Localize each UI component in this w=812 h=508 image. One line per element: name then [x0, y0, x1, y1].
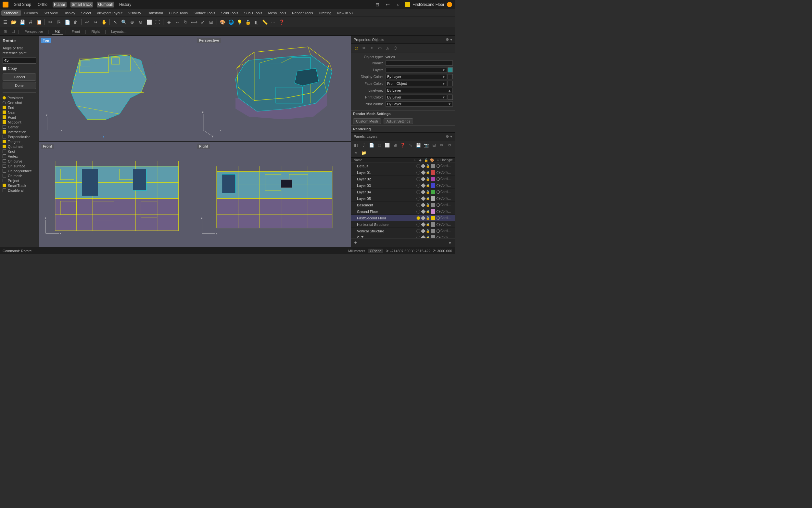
toolbar-pan[interactable]: ✋	[100, 18, 108, 26]
layer-material-icon[interactable]	[421, 176, 426, 181]
snap-check-midpoint[interactable]	[3, 120, 6, 124]
snap-check-quadrant[interactable]	[3, 144, 6, 148]
layer-material-icon[interactable]	[421, 203, 426, 207]
prop-layer-dropdown[interactable]: ▼	[386, 68, 447, 73]
menu-setview[interactable]: Set View	[41, 10, 60, 15]
prop-icon-object[interactable]: ◎	[353, 45, 360, 51]
layer-visibility-icon[interactable]	[416, 197, 420, 201]
layer-icon-refresh[interactable]: ↻	[446, 141, 453, 149]
topbar-history[interactable]: History	[118, 2, 133, 7]
layer-icon-pen[interactable]: ✏	[438, 141, 445, 149]
layer-visibility-icon[interactable]	[416, 164, 420, 168]
adjust-settings-btn[interactable]: Adjust Settings	[384, 118, 413, 124]
toolbar-move[interactable]: ↔	[174, 18, 181, 26]
menu-new-v7[interactable]: New in V7	[335, 10, 356, 15]
layer-print-icon[interactable]	[436, 197, 440, 200]
toolbar-paste[interactable]: 📄	[63, 18, 71, 26]
menu-viewport-layout[interactable]: Viewport Layout	[94, 10, 125, 15]
layer-color-swatch[interactable]	[431, 183, 435, 188]
menu-cplanes[interactable]: CPlanes	[22, 10, 41, 15]
toolbar-zoom-out[interactable]: ⊖	[137, 18, 145, 26]
layer-lock-icon[interactable]: 🔒	[426, 184, 430, 187]
prop-icon-light[interactable]: ✦	[369, 45, 375, 51]
layer-icon-sun[interactable]: ☀	[352, 149, 360, 156]
toolbar-zoom-window[interactable]: ⬜	[145, 18, 153, 26]
menu-drafting[interactable]: Drafting	[316, 10, 334, 15]
layer-material-icon[interactable]	[421, 215, 426, 220]
prop-print-width-dropdown[interactable]: By Layer ▼	[386, 101, 453, 107]
layer-icon-parent[interactable]: ⤴	[360, 141, 367, 149]
toolbar-zoom-extent[interactable]: ⛶	[154, 18, 161, 26]
viewport-color-icon[interactable]	[405, 2, 410, 7]
snap-check-disable-all[interactable]	[3, 188, 6, 192]
menu-transform[interactable]: Transform	[144, 10, 165, 15]
layer-row-layer-04[interactable]: Layer 04🔒Conti...	[351, 189, 455, 195]
layer-visibility-icon[interactable]	[416, 236, 420, 239]
layer-icon-box[interactable]: ⬜	[384, 141, 391, 149]
snap-check-near[interactable]	[3, 111, 6, 114]
prop-print-color-dropdown[interactable]: By Layer ▼	[386, 95, 447, 100]
toolbar-layer[interactable]: ◧	[252, 18, 260, 26]
layer-icon-folder[interactable]: 📁	[360, 149, 367, 156]
layer-lock-icon[interactable]: 🔒	[426, 190, 430, 194]
snap-check-perpendicular[interactable]	[3, 135, 6, 138]
menu-surface-tools[interactable]: Surface Tools	[191, 10, 218, 15]
toolbar-redo[interactable]: ↪	[92, 18, 99, 26]
toolbar-zoom[interactable]: ⊕	[128, 18, 136, 26]
menu-curve-tools[interactable]: Curve Tools	[166, 10, 190, 15]
tab-perspective[interactable]: Perspective	[22, 29, 45, 34]
layer-color-swatch[interactable]	[431, 190, 435, 194]
layer-row-ground-floor[interactable]: Ground Floor🔒Conti...	[351, 208, 455, 215]
tab-layouts[interactable]: Layouts...	[108, 29, 129, 34]
viewport-grid-icon[interactable]: ⊞	[3, 29, 8, 34]
tab-front[interactable]: Front	[69, 29, 83, 34]
snap-check-tangent[interactable]	[3, 140, 6, 143]
snap-check-knot[interactable]	[3, 150, 6, 153]
toolbar-copy[interactable]: ⎘	[55, 18, 63, 26]
menu-render-tools[interactable]: Render Tools	[289, 10, 316, 15]
menu-select[interactable]: Select	[79, 10, 94, 15]
toolbar-render[interactable]: 💡	[236, 18, 243, 26]
layer-icon-save[interactable]: 💾	[415, 141, 422, 149]
toolbar-color[interactable]: 🎨	[219, 18, 226, 26]
layer-print-icon[interactable]	[436, 210, 440, 213]
layer-print-icon[interactable]	[436, 164, 440, 168]
toolbar-delete[interactable]: 🗑	[72, 18, 80, 26]
layer-visibility-icon[interactable]	[416, 190, 420, 194]
viewport-top[interactable]: Top	[39, 36, 195, 141]
toolbar-scale[interactable]: ⤢	[199, 18, 206, 26]
topbar-planar[interactable]: Planar	[53, 2, 66, 7]
layer-icon-cube[interactable]: ◻	[376, 141, 383, 149]
circle-icon[interactable]: ○	[394, 1, 402, 8]
prop-icon-material[interactable]: ✏	[361, 45, 367, 51]
prop-layer-color[interactable]	[447, 67, 453, 73]
layer-material-icon[interactable]	[421, 164, 426, 168]
layer-print-icon[interactable]	[436, 184, 440, 187]
snap-check-center[interactable]	[3, 125, 6, 129]
layer-color-swatch[interactable]	[431, 222, 435, 227]
layer-material-icon[interactable]	[421, 235, 426, 238]
filter-icon[interactable]: ⊟	[374, 1, 381, 8]
snap-check-vertex[interactable]	[3, 155, 6, 158]
snap-dot-one shot[interactable]	[3, 101, 6, 104]
topbar-gumball[interactable]: Gumball	[97, 2, 114, 7]
layer-icon-stack[interactable]: ◧	[352, 141, 360, 149]
layer-icon-file[interactable]: 📄	[368, 141, 375, 149]
layer-material-icon[interactable]	[421, 228, 426, 233]
layer-color-swatch[interactable]	[431, 164, 435, 168]
tab-right[interactable]: Right	[89, 29, 102, 34]
prop-display-color-dropdown[interactable]: By Layer ▼	[386, 74, 447, 79]
toolbar-array[interactable]: ⊞	[207, 18, 215, 26]
layer-print-icon[interactable]	[436, 190, 440, 194]
layer-color-swatch[interactable]	[431, 209, 435, 214]
layer-color-swatch[interactable]	[431, 170, 435, 175]
back-icon[interactable]: ↩	[384, 1, 392, 8]
layer-row-clt[interactable]: CLT🔒Conti...	[351, 234, 455, 238]
layer-row-basement[interactable]: Basement🔒Conti...	[351, 202, 455, 208]
topbar-end-icon[interactable]	[447, 2, 452, 7]
layer-lock-icon[interactable]: 🔒	[426, 236, 430, 238]
viewport-single-icon[interactable]: ☐	[10, 29, 15, 34]
layer-lock-icon[interactable]: 🔒	[426, 164, 430, 168]
toolbar-select[interactable]: ↖	[111, 18, 119, 26]
layer-material-icon[interactable]	[421, 222, 426, 226]
